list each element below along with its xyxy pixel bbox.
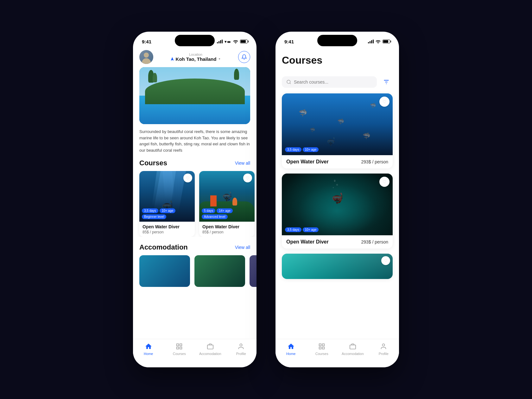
nav-item-profile-2[interactable]: Profile <box>368 342 399 356</box>
dynamic-island-1 <box>175 35 215 46</box>
course-name-full-1: Open Water Diver <box>286 159 329 165</box>
nav-item-profile-1[interactable]: Profile <box>226 342 257 356</box>
course-card-footer-1: Open Water Diver 293$ / person <box>282 155 393 168</box>
accom-card-3[interactable] <box>250 255 256 287</box>
course-card-full-3[interactable]: ♡ <box>282 254 393 279</box>
sharks-scene: 🦈 🦈 🦈 🦈 🦈 🤿 <box>282 93 393 155</box>
wifi-icon-2 <box>376 40 381 43</box>
search-icon-2 <box>286 79 291 85</box>
heart-btn-full-3[interactable]: ♡ <box>381 256 390 265</box>
nav-label-courses-1: Courses <box>173 352 186 356</box>
course-price-full-2: 293$ / person <box>361 239 388 244</box>
svg-rect-13 <box>322 347 324 349</box>
accom-card-2[interactable] <box>194 255 245 287</box>
navigation-icon-1 <box>170 57 174 61</box>
nav-item-accom-2[interactable]: Accomodation <box>337 342 368 356</box>
nav-label-accom-1: Accomodation <box>199 352 221 356</box>
accom-scroll-1 <box>133 255 256 287</box>
heart-btn-full-2[interactable]: ♡ <box>379 177 390 187</box>
svg-rect-1 <box>180 344 182 346</box>
card-tags-full-2: 3,5 days 10+ age <box>285 227 319 232</box>
tag-age-1: 10+ age <box>160 208 175 213</box>
hero-image-1 <box>139 67 250 124</box>
svg-rect-4 <box>207 345 213 349</box>
svg-rect-11 <box>322 344 324 346</box>
course-card-img-full-1: 🦈 🦈 🦈 🦈 🦈 🤿 ♡ 3,5 days 10+ age <box>282 93 393 155</box>
location-wrap-1: Location Koh Tao, Thailand <box>157 53 234 62</box>
tag-days-full-1: 3,5 days <box>285 147 301 152</box>
course-price-full-1: 293$ / person <box>361 159 388 164</box>
status-time-2: 9:41 <box>284 39 294 44</box>
tag-days-2: 5 days <box>202 208 215 213</box>
svg-rect-0 <box>177 344 179 346</box>
wifi-icon-1: ▾◂▸ <box>225 39 231 44</box>
tag-age-full-1: 10+ age <box>303 147 319 152</box>
phone1-content: Location Koh Tao, Thailand <box>133 47 256 315</box>
nav-label-courses-2: Courses <box>315 352 328 356</box>
battery-icon-1 <box>240 40 248 43</box>
tag-days-full-2: 3,5 days <box>285 227 301 232</box>
diver-icon-2: 🤿 <box>221 191 232 202</box>
course-card-2[interactable]: 🤿 ♡ 5 days 14+ age Advanced level Open W… <box>199 171 255 237</box>
courses-section-header-1: Courses View all <box>133 158 256 171</box>
nav-label-home-2: Home <box>286 352 295 356</box>
courses-icon-1 <box>175 342 183 351</box>
nav-item-home-1[interactable]: Home <box>133 342 164 356</box>
course-card-img-1: 🤿 ♡ 3,5 days 10+ age Beginner level <box>139 171 195 222</box>
filter-button-2[interactable] <box>380 76 393 88</box>
accom-section-1: Accomodation View all <box>133 242 256 287</box>
heart-btn-1[interactable]: ♡ <box>183 174 192 182</box>
accom-view-all-1[interactable]: View all <box>235 245 250 250</box>
course-card-info-2: Open Water Diver 85$ / person <box>199 222 255 237</box>
svg-rect-3 <box>180 347 182 349</box>
nav-item-accom-1[interactable]: Accomodation <box>195 342 226 356</box>
location-label-1: Location <box>189 53 202 56</box>
course-card-img-full-2: 🤿 ♡ 3,5 days 10+ age <box>282 174 393 235</box>
avatar-1 <box>139 50 153 64</box>
status-icons-2 <box>368 40 390 43</box>
wifi-icon-1-svg <box>233 40 238 43</box>
svg-rect-14 <box>350 345 356 349</box>
course-card-full-1[interactable]: 🦈 🦈 🦈 🦈 🦈 🤿 ♡ 3,5 days 10+ age Open Wat <box>282 93 393 168</box>
signal-icon-2 <box>368 40 374 43</box>
course-card-full-2[interactable]: 🤿 ♡ 3,5 days 10+ age Open Water Diver 29… <box>282 174 393 249</box>
course-card-1[interactable]: 🤿 ♡ 3,5 days 10+ age Beginner level Open… <box>139 171 195 237</box>
tag-level-1: Beginner level <box>142 214 166 219</box>
dynamic-island-2 <box>317 35 357 46</box>
card-tags-1: 3,5 days 10+ age Beginner level <box>142 208 195 219</box>
search-row-2 <box>276 76 399 93</box>
battery-icon-2 <box>383 40 390 43</box>
course-name-1: Open Water Diver <box>142 224 192 229</box>
card-tags-full-1: 3,5 days 10+ age <box>285 147 319 152</box>
nav-item-home-2[interactable]: Home <box>276 342 307 356</box>
search-bar-2[interactable] <box>282 76 377 88</box>
notification-bell-1[interactable] <box>238 51 250 63</box>
nav-label-home-1: Home <box>144 352 153 356</box>
courses-icon-2 <box>318 342 326 351</box>
location-value-1: Koh Tao, Thailand <box>170 56 222 62</box>
course-price-2: 85$ / person <box>202 230 251 234</box>
card-tags-2: 5 days 14+ age Advanced level <box>202 208 255 219</box>
home-icon-1 <box>144 342 153 351</box>
status-icons-1: ▾◂▸ <box>217 39 248 44</box>
courses-view-all-1[interactable]: View all <box>235 161 250 166</box>
deep-scene: 🤿 <box>282 174 393 235</box>
course-card-footer-2: Open Water Diver 293$ / person <box>282 235 393 249</box>
svg-rect-12 <box>319 347 321 349</box>
heart-btn-2[interactable]: ♡ <box>243 174 252 182</box>
tag-level-2: Advanced level <box>202 214 228 219</box>
nav-item-courses-2[interactable]: Courses <box>307 342 338 356</box>
nav-label-accom-2: Accomodation <box>342 352 364 356</box>
accom-card-1[interactable] <box>139 255 190 287</box>
nav-label-profile-2: Profile <box>379 352 389 356</box>
accom-title-1: Accomodation <box>139 243 188 251</box>
courses-page-header-2: Courses <box>276 47 399 76</box>
accom-icon-1 <box>206 342 214 351</box>
nav-item-courses-1[interactable]: Courses <box>164 342 195 356</box>
search-input-2[interactable] <box>294 79 372 85</box>
bottom-nav-1: Home Courses Accomodation <box>133 339 256 367</box>
nav-label-profile-1: Profile <box>236 352 246 356</box>
heart-btn-full-1[interactable]: ♡ <box>379 97 390 107</box>
tag-age-2: 14+ age <box>217 208 232 213</box>
svg-point-6 <box>287 80 290 84</box>
